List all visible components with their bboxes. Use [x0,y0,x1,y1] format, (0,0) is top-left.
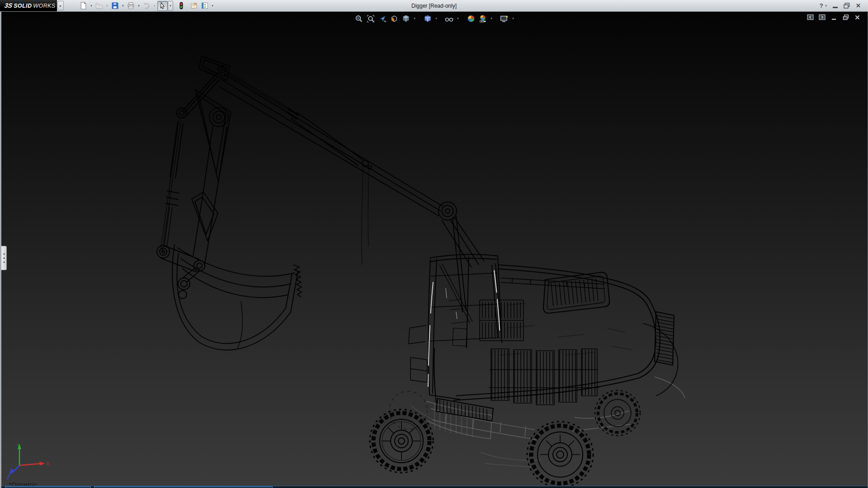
collapse-arrow-icon: ◂ [3,260,5,264]
collapse-arrow-icon: ◂ [3,256,5,260]
zoom-to-fit-icon [354,14,363,23]
bucket [157,244,302,350]
doc-close-button[interactable] [854,14,861,21]
select-cursor-icon [159,2,166,9]
taskbar-edge[interactable] [1,486,868,488]
minimize-icon [831,14,837,20]
minimize-button[interactable] [833,7,838,8]
restore-button[interactable] [844,3,850,9]
display-style-icon [423,14,432,23]
pane-left-icon [807,14,814,20]
options-list-icon [201,2,209,9]
view-settings-button[interactable] [499,14,510,23]
wheels [370,390,640,488]
window-title: Digger [Read-only] [411,3,457,9]
x-axis-arrow [39,462,45,466]
open-document-icon [95,2,103,9]
view-settings-icon [500,14,509,23]
taskbar-button-edge [5,486,91,488]
titlebar: 3S SOLIDWORKS ▸ ▾ ▾ [0,0,868,12]
open-document-button[interactable] [94,1,104,11]
pane-right-icon [819,14,826,20]
chassis-hidden-lines [411,377,685,467]
document-window-controls [807,14,861,21]
wheel-front-left [370,409,433,473]
save-button[interactable] [110,1,120,11]
view-orientation-dropdown[interactable]: ▾ [412,14,417,23]
zoom-to-area-button[interactable] [365,14,376,23]
wheel-rear-right [595,390,640,436]
hide-show-items-button[interactable] [444,14,455,23]
boom-arm [160,56,501,337]
view-orientation-icon [401,14,410,23]
x-axis-label: X [46,461,49,466]
appearance-ball-icon [467,14,475,23]
orientation-triad: Y X Z [6,442,51,480]
y-axis-label: Y [17,443,19,447]
wheel-front-right [527,422,593,488]
section-view-button[interactable] [389,14,400,23]
close-icon [854,14,860,20]
select-tool-dropdown[interactable]: ▾ [168,1,173,11]
apply-scene-button[interactable] [477,14,488,23]
undo-icon [143,2,151,9]
new-document-icon [80,2,87,9]
zoom-to-fit-button[interactable] [354,14,364,23]
display-style-button[interactable] [422,14,433,23]
menu-expand-arrow[interactable]: ▸ [57,1,64,10]
graphics-viewport[interactable]: ▾ ▾ ▾ [0,12,868,488]
undo-button[interactable] [142,1,152,11]
apply-scene-icon [478,14,487,23]
edit-appearance-button[interactable] [466,14,476,23]
eyeglasses-icon [445,14,454,23]
hide-show-items-dropdown[interactable]: ▾ [456,14,461,23]
z-axis-arrow [9,469,14,476]
new-document-button[interactable] [78,1,89,11]
previous-view-icon [378,14,387,23]
apply-scene-dropdown[interactable]: ▾ [489,14,494,23]
collapse-arrow-icon: ◂ [3,252,5,256]
comment-button[interactable] [189,1,199,11]
close-button[interactable]: ✕ [856,2,861,9]
options-button[interactable] [199,1,210,11]
taskbar-button-edge [94,486,273,488]
headsup-toolbar: ▾ ▾ ▾ [354,14,516,23]
collapse-left-pane-button[interactable] [807,14,814,21]
print-dropdown[interactable]: ▾ [136,1,142,11]
z-axis-label: Z [6,475,10,480]
logo-text-solid: SOLID [14,0,32,12]
view-settings-dropdown[interactable]: ▾ [511,14,516,23]
zoom-to-area-icon [366,14,375,23]
options-dropdown[interactable]: ▾ [210,1,215,11]
section-view-icon [390,14,398,23]
print-button[interactable] [126,1,136,11]
save-icon [111,2,119,9]
save-dropdown[interactable]: ▾ [120,1,126,11]
window-controls: ? ▾ ✕ [820,2,868,9]
ds-logo-mark: 3S [4,0,14,11]
solidworks-window: 3S SOLIDWORKS ▸ ▾ ▾ [0,0,868,488]
logo-text-works: WORKS [33,0,55,12]
help-dropdown[interactable]: ▾ [826,4,827,8]
undo-dropdown[interactable]: ▾ [152,1,157,11]
print-icon [127,2,135,9]
doc-minimize-button[interactable] [830,14,838,21]
help-button[interactable]: ? [820,2,823,9]
view-orientation-button[interactable] [401,14,411,23]
main-toolbar: ▾ ▾ ▾ [78,1,215,11]
open-document-dropdown[interactable]: ▾ [104,1,110,11]
solidworks-logo: 3S SOLIDWORKS [0,0,57,11]
feature-tree-collapsed-tab[interactable]: ◂ ◂ ◂ [1,246,7,270]
collapse-right-pane-button[interactable] [818,14,826,21]
doc-restore-button[interactable] [842,14,849,21]
new-document-dropdown[interactable]: ▾ [89,1,94,11]
xpress-products-button[interactable] [176,1,186,11]
comment-note-icon [190,2,198,9]
previous-view-button[interactable] [377,14,388,23]
restore-icon [843,14,849,20]
traffic-light-icon [178,2,185,10]
excavator-wireframe [1,12,868,488]
display-style-dropdown[interactable]: ▾ [434,14,439,23]
select-tool-button[interactable] [157,1,168,11]
